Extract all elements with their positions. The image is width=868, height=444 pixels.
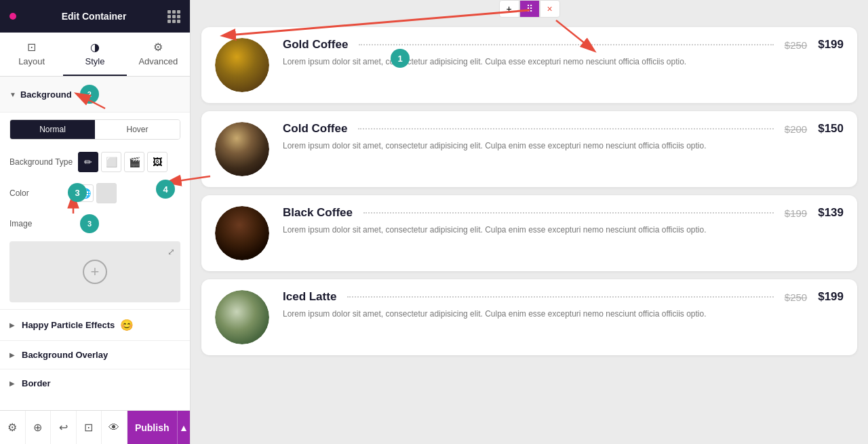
tab-advanced[interactable]: ⚙ Advanced [127, 33, 190, 76]
panel-title: Edit Container [62, 11, 127, 22]
grid-dots-icon: ⠿ [526, 3, 533, 14]
tab-style-label: Style [85, 56, 105, 66]
expand-icon[interactable]: ⤢ [167, 247, 175, 257]
image-label: Image [9, 219, 71, 228]
iced-latte-name: Iced Latte [283, 290, 336, 304]
black-coffee-desc: Lorem ipsum dolor sit amet, consectetur … [283, 224, 844, 236]
particle-effects-header[interactable]: ▶ Happy Particle Effects 😊 [0, 310, 190, 340]
particle-effects-section: ▶ Happy Particle Effects 😊 [0, 309, 190, 340]
background-chevron: ▼ [9, 91, 16, 98]
gold-coffee-info: Gold Coffee $250 $199 Lorem ipsum dolor … [283, 38, 844, 68]
cold-dotted-line [358, 128, 773, 129]
black-coffee-name: Black Coffee [283, 206, 353, 220]
cold-coffee-info: Cold Coffee $200 $150 Lorem ipsum dolor … [283, 122, 844, 152]
history-icon-btn[interactable]: ↩ [51, 411, 77, 444]
border-chevron: ▶ [9, 380, 15, 387]
gold-price-old: $250 [785, 39, 807, 51]
header-dot [9, 13, 16, 20]
cold-coffee-name-row: Cold Coffee $200 $150 [283, 122, 844, 136]
product-card-iced: Iced Latte $250 $199 Lorem ipsum dolor s… [201, 279, 857, 355]
globe-icon[interactable]: 🌐 [76, 184, 94, 202]
annotation-badge-3: 3 [80, 214, 99, 233]
type-image-btn[interactable]: 🖼 [147, 152, 167, 172]
border-title: Border [22, 378, 51, 388]
style-icon: ◑ [90, 41, 100, 54]
gold-price-new: $199 [818, 38, 844, 52]
black-coffee-info: Black Coffee $199 $139 Lorem ipsum dolor… [283, 206, 844, 236]
header-left [9, 13, 20, 20]
product-card-black: Black Coffee $199 $139 Lorem ipsum dolor… [201, 195, 857, 271]
color-label: Color [9, 188, 71, 198]
bg-overlay-header[interactable]: ▶ Background Overlay [0, 341, 190, 369]
type-gradient-btn[interactable]: ⬜ [101, 152, 121, 172]
publish-chevron-up[interactable]: ▲ [177, 411, 190, 444]
product-img-iced [215, 290, 269, 344]
type-video-btn[interactable]: 🎬 [124, 152, 144, 172]
layers-icon-btn[interactable]: ⊕ [26, 411, 52, 444]
tab-layout[interactable]: ⊡ Layout [0, 33, 63, 76]
product-img-black [215, 206, 269, 260]
color-row: Color 🌐 [0, 178, 190, 209]
product-img-cold [215, 122, 269, 176]
bg-type-label: Background Type [9, 157, 73, 167]
product-card-cold: Cold Coffee $200 $150 Lorem ipsum dolor … [201, 111, 857, 187]
product-card-gold: Gold Coffee $250 $199 Lorem ipsum dolor … [201, 27, 857, 103]
left-panel: Edit Container ⊡ Layout ◑ Style ⚙ Advanc… [0, 0, 191, 444]
tab-layout-label: Layout [18, 56, 45, 66]
toolbar-add-btn[interactable]: + [499, 0, 519, 18]
iced-dotted-line [347, 296, 773, 298]
type-pencil-btn[interactable]: ✏ [78, 152, 98, 172]
panel-tabs: ⊡ Layout ◑ Style ⚙ Advanced [0, 33, 190, 77]
background-section-header[interactable]: ▼ Background 2 [0, 77, 190, 113]
border-section: ▶ Border [0, 369, 190, 397]
iced-price-new: $199 [818, 290, 844, 304]
toolbar-grid-btn[interactable]: ⠿ [519, 0, 540, 18]
black-price-old: $199 [785, 207, 807, 219]
image-upload-area[interactable]: + ⤢ [9, 241, 180, 302]
settings-icon-btn[interactable]: ⚙ [0, 411, 26, 444]
bottom-bar: ⚙ ⊕ ↩ ⊡ 👁 Publish ▲ [0, 410, 190, 444]
upload-plus-icon[interactable]: + [83, 260, 107, 284]
cold-price-new: $150 [818, 122, 844, 136]
right-content: + ⠿ × 1 Gold Coffee $250 $199 [191, 0, 868, 444]
product-img-gold [215, 38, 269, 92]
cold-coffee-name: Cold Coffee [283, 122, 347, 136]
state-tab-hover[interactable]: Hover [95, 120, 180, 139]
cold-coffee-image [215, 122, 269, 176]
background-title: Background [20, 89, 72, 100]
container-toolbar: + ⠿ × [499, 0, 560, 18]
advanced-icon: ⚙ [153, 41, 163, 54]
background-type-row: Background Type ✏ ⬜ 🎬 🖼 [0, 146, 190, 178]
gold-coffee-desc: Lorem ipsum dolor sit amet, consectetur … [283, 56, 844, 68]
toolbar-close-btn[interactable]: × [540, 0, 560, 18]
black-price-new: $139 [818, 206, 844, 220]
color-swatch[interactable] [96, 183, 117, 203]
particle-title: Happy Particle Effects [22, 320, 115, 330]
navigator-icon-btn[interactable]: ⊡ [77, 411, 102, 444]
black-coffee-image [215, 206, 269, 260]
panel-content: ▼ Background 2 Normal Hover Background T… [0, 77, 190, 410]
gold-coffee-name: Gold Coffee [283, 38, 348, 52]
publish-button[interactable]: Publish [127, 411, 177, 444]
particle-emoji: 😊 [120, 319, 134, 331]
border-header[interactable]: ▶ Border [0, 369, 190, 397]
panel-header: Edit Container [0, 0, 190, 33]
gold-coffee-image [215, 38, 269, 92]
iced-latte-name-row: Iced Latte $250 $199 [283, 290, 844, 304]
image-row: Image 3 [0, 209, 190, 239]
iced-price-old: $250 [785, 291, 807, 303]
grid-icon[interactable] [167, 10, 180, 23]
overlay-title: Background Overlay [22, 350, 108, 360]
products-container: Gold Coffee $250 $199 Lorem ipsum dolor … [201, 27, 857, 355]
tab-style[interactable]: ◑ Style [63, 33, 126, 76]
state-tab-normal[interactable]: Normal [10, 120, 95, 139]
overlay-chevron: ▶ [9, 351, 15, 359]
annotation-badge-2: 2 [80, 85, 99, 104]
bg-overlay-section: ▶ Background Overlay [0, 340, 190, 369]
preview-icon-btn[interactable]: 👁 [102, 411, 127, 444]
gold-dotted-line [359, 44, 773, 45]
layout-icon: ⊡ [27, 41, 36, 54]
color-swatch-wrap: 🌐 [76, 183, 117, 203]
type-icons: ✏ ⬜ 🎬 🖼 [78, 152, 167, 172]
state-tabs: Normal Hover [9, 119, 180, 140]
